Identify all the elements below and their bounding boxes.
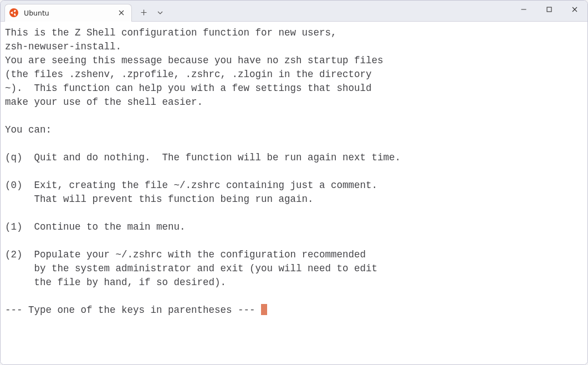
tab-title: Ubuntu: [24, 9, 117, 17]
terminal-line: (the files .zshenv, .zprofile, .zshrc, .…: [5, 68, 583, 82]
terminal-line: (q) Quit and do nothing. The function wi…: [5, 151, 583, 165]
maximize-icon: [546, 7, 552, 12]
terminal-line: make your use of the shell easier.: [5, 95, 583, 109]
terminal-line: You are seeing this message because you …: [5, 54, 583, 68]
terminal-line: zsh-newuser-install.: [5, 40, 583, 54]
terminal-line: This is the Z Shell configuration functi…: [5, 26, 583, 40]
terminal-line: You can:: [5, 123, 583, 137]
terminal-line: (2) Populate your ~/.zshrc with the conf…: [5, 248, 583, 262]
terminal-prompt-text: --- Type one of the keys in parentheses …: [5, 305, 261, 316]
terminal-line: the file by hand, if so desired).: [5, 276, 583, 290]
terminal-prompt-line: --- Type one of the keys in parentheses …: [5, 303, 583, 317]
window-controls: [511, 1, 587, 18]
plus-icon: [141, 9, 147, 16]
ubuntu-icon: [9, 8, 18, 17]
close-icon: [572, 7, 577, 12]
terminal-line: [5, 290, 583, 303]
new-tab-button[interactable]: [136, 5, 151, 21]
terminal-line: [5, 234, 583, 248]
terminal-line: [5, 137, 583, 151]
terminal-line: [5, 165, 583, 179]
terminal-line: ~). This function can help you with a fe…: [5, 82, 583, 95]
terminal-line: (1) Continue to the main menu.: [5, 220, 583, 234]
close-icon: [119, 10, 124, 16]
terminal-line: [5, 206, 583, 220]
chevron-down-icon: [157, 11, 163, 14]
terminal-line: by the system administrator and exit (yo…: [5, 262, 583, 276]
terminal-tab[interactable]: Ubuntu: [4, 4, 132, 22]
tab-close-button[interactable]: [117, 8, 126, 17]
terminal-line: (0) Exit, creating the file ~/.zshrc con…: [5, 179, 583, 192]
terminal-cursor: [261, 304, 267, 315]
minimize-icon: [521, 7, 526, 12]
terminal-line: That will prevent this function being ru…: [5, 192, 583, 206]
terminal-line: [5, 109, 583, 123]
minimize-button[interactable]: [511, 1, 536, 18]
maximize-button[interactable]: [536, 1, 562, 18]
window-titlebar: Ubuntu: [1, 1, 587, 22]
svg-rect-9: [547, 7, 551, 12]
window-close-button[interactable]: [562, 1, 587, 18]
terminal-content[interactable]: This is the Z Shell configuration functi…: [1, 22, 587, 364]
tab-actions: [136, 1, 167, 21]
tab-dropdown-button[interactable]: [153, 5, 167, 21]
